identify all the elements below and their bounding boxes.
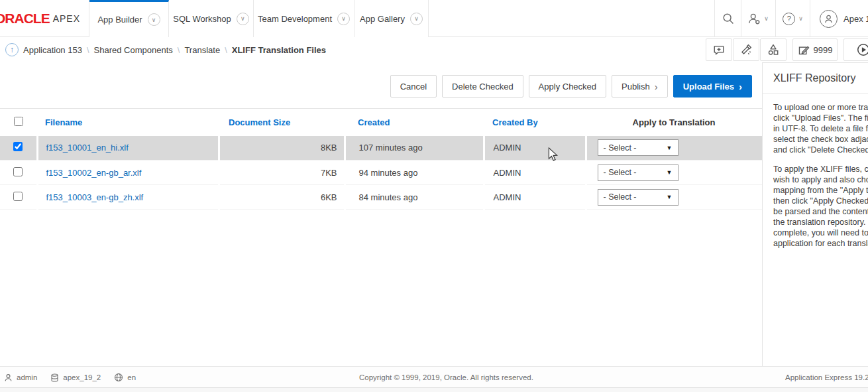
- footer-version: Application Express 19.2.0: [785, 367, 868, 388]
- breadcrumb-separator: \: [87, 45, 89, 55]
- column-header-created[interactable]: Created: [345, 109, 484, 136]
- filename-link[interactable]: f153_10002_en-gb_ar.xlf: [46, 168, 142, 178]
- help-icon: ?: [783, 13, 795, 25]
- search-icon: [722, 13, 734, 25]
- apex-wordmark: APEX: [53, 13, 80, 24]
- table-row: f153_10002_en-gb_ar.xlf 7KB 94 minutes a…: [0, 161, 762, 185]
- select-arrow-icon: ▼: [667, 194, 673, 200]
- chevron-right-icon: ›: [739, 82, 742, 92]
- page-title: XLIFF Translation Files: [232, 45, 326, 55]
- tab-app-builder[interactable]: App Builder ∨: [89, 0, 169, 37]
- created-cell: 107 minutes ago: [345, 136, 484, 161]
- chevron-down-icon: ∨: [764, 15, 769, 22]
- chevron-down-icon[interactable]: ∨: [148, 13, 160, 26]
- select-arrow-icon: ▼: [667, 169, 673, 176]
- breadcrumb-translate[interactable]: Translate: [184, 45, 220, 55]
- cancel-button[interactable]: Cancel: [390, 75, 437, 98]
- footer-schema: apex_19_2: [50, 373, 101, 382]
- document-size-cell: 7KB: [219, 161, 345, 185]
- created-cell: 84 minutes ago: [345, 185, 484, 210]
- database-icon: [50, 373, 59, 382]
- component-view-button[interactable]: [760, 38, 787, 61]
- footer-user: admin: [4, 373, 37, 382]
- xliff-files-table: Filename Document Size Created Created B…: [0, 108, 762, 210]
- chevron-down-icon: ∨: [798, 15, 803, 22]
- delete-checked-button[interactable]: Delete Checked: [442, 75, 523, 98]
- publish-button[interactable]: Publish›: [612, 75, 668, 98]
- user-gear-icon: [748, 13, 761, 25]
- run-page-button[interactable]: [843, 38, 868, 61]
- table-row: f153_10001_en_hi.xlf 8KB 107 minutes ago…: [0, 136, 762, 161]
- chevron-down-icon[interactable]: ∨: [237, 13, 249, 25]
- flashlight-icon: [740, 44, 752, 56]
- created-by-cell: ADMIN: [484, 185, 586, 210]
- user-menu-button[interactable]: Apex 19: [810, 0, 868, 37]
- breadcrumb-application[interactable]: Application 153: [23, 45, 82, 55]
- row-checkbox[interactable]: [13, 192, 23, 201]
- created-by-cell: ADMIN: [484, 161, 586, 185]
- feedback-bubble-icon: [713, 44, 725, 56]
- sidebar-help-paragraph: To apply the XLIFF files, check the rows…: [773, 164, 868, 249]
- breadcrumb-bar: ↑ Application 153 \ Shared Components \ …: [0, 37, 868, 62]
- search-button[interactable]: [714, 0, 741, 37]
- sidebar-help-paragraph: To upload one or more translated XLIFF f…: [773, 102, 868, 155]
- column-header-created-by[interactable]: Created By: [484, 109, 586, 136]
- filename-link[interactable]: f153_10003_en-gb_zh.xlf: [46, 192, 144, 202]
- tab-team-development-label: Team Development: [258, 14, 332, 24]
- theme-roller-button[interactable]: [733, 38, 759, 61]
- admin-menu-button[interactable]: ∨: [741, 0, 775, 37]
- chevron-down-icon[interactable]: ∨: [410, 13, 423, 25]
- sidebar-title: XLIFF Repository: [763, 63, 868, 94]
- person-icon: [4, 373, 13, 382]
- row-checkbox[interactable]: [13, 142, 23, 151]
- upload-files-button[interactable]: Upload Files›: [673, 75, 752, 98]
- edit-page-button[interactable]: 9999: [792, 38, 838, 61]
- chevron-down-icon[interactable]: ∨: [337, 13, 350, 25]
- footer-copyright: Copyright © 1999, 2019, Oracle. All righ…: [359, 367, 533, 388]
- table-row: f153_10003_en-gb_zh.xlf 6KB 84 minutes a…: [0, 185, 762, 210]
- feedback-button[interactable]: [706, 38, 732, 61]
- filename-link[interactable]: f153_10001_en_hi.xlf: [46, 143, 129, 153]
- tab-sql-workshop-label: SQL Workshop: [173, 14, 231, 24]
- nav-utility-area: ∨ ? ∨ Apex 19: [714, 0, 868, 37]
- footer-language: en: [114, 373, 136, 382]
- column-header-apply-to-translation: Apply to Translation: [586, 109, 762, 136]
- avatar-icon: [820, 10, 838, 28]
- breadcrumb-shared-components[interactable]: Shared Components: [94, 45, 173, 55]
- apex-app-window: ORACLE APEX App Builder ∨ SQL Workshop ∨…: [0, 0, 868, 392]
- help-menu-button[interactable]: ? ∨: [775, 0, 810, 37]
- created-by-cell: ADMIN: [484, 136, 586, 161]
- up-level-icon[interactable]: ↑: [5, 43, 19, 56]
- apply-to-translation-select[interactable]: - Select - ▼: [598, 189, 678, 206]
- apply-checked-button[interactable]: Apply Checked: [529, 75, 606, 98]
- select-arrow-icon: ▼: [667, 145, 673, 151]
- document-size-cell: 8KB: [219, 136, 345, 161]
- select-all-checkbox[interactable]: [14, 117, 23, 126]
- tab-sql-workshop[interactable]: SQL Workshop ∨: [169, 0, 254, 37]
- help-sidebar: XLIFF Repository To upload one or more t…: [762, 62, 868, 366]
- row-checkbox[interactable]: [13, 167, 23, 176]
- footer-bar: admin apex_19_2 en Copyright © 1999, 201…: [0, 366, 868, 387]
- run-play-icon: [857, 43, 868, 56]
- edit-page-icon: [798, 44, 810, 56]
- oracle-apex-logo: ORACLE APEX: [0, 0, 89, 37]
- chevron-right-icon: ›: [655, 82, 658, 92]
- column-header-document-size[interactable]: Document Size: [219, 109, 345, 136]
- table-header-row: Filename Document Size Created Created B…: [0, 109, 762, 136]
- edit-page-number: 9999: [814, 45, 833, 55]
- region-toolbar: Cancel Delete Checked Apply Checked Publ…: [0, 75, 752, 98]
- globe-icon: [114, 373, 123, 382]
- breadcrumb-separator: \: [178, 45, 180, 55]
- user-menu-label: Apex 19: [843, 14, 868, 24]
- apply-to-translation-select[interactable]: - Select - ▼: [598, 164, 678, 181]
- apply-to-translation-select[interactable]: - Select - ▼: [598, 139, 678, 156]
- breadcrumb: ↑ Application 153 \ Shared Components \ …: [5, 37, 326, 62]
- column-header-filename[interactable]: Filename: [37, 109, 219, 136]
- tab-app-gallery[interactable]: App Gallery ∨: [354, 0, 429, 37]
- page-action-buttons: 9999: [706, 38, 868, 61]
- tab-team-development[interactable]: Team Development ∨: [254, 0, 354, 37]
- top-navigation-bar: ORACLE APEX App Builder ∨ SQL Workshop ∨…: [0, 0, 868, 37]
- oracle-wordmark: ORACLE: [0, 11, 50, 27]
- footer-session-info: admin apex_19_2 en: [4, 367, 136, 388]
- main-nav-tabs: App Builder ∨ SQL Workshop ∨ Team Develo…: [89, 0, 429, 37]
